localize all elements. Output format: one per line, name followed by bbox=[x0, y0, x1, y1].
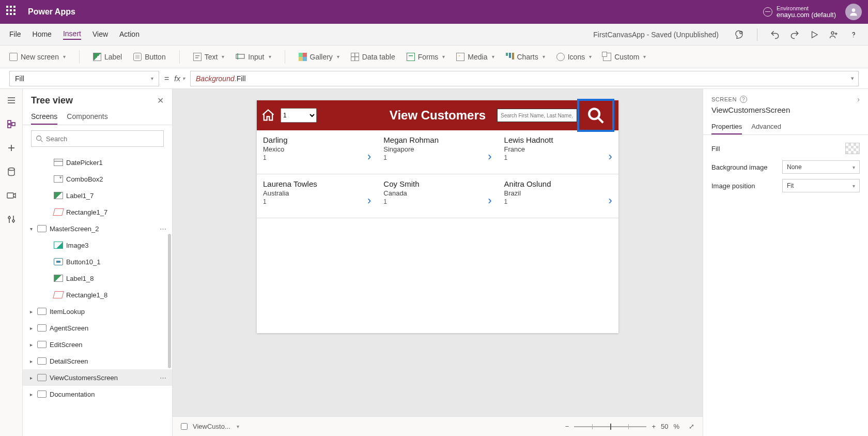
tree-node-rectangle18[interactable]: Rectangle1_8 bbox=[23, 287, 172, 303]
chevron-down-icon[interactable]: ▾ bbox=[851, 75, 854, 82]
tree-node-combobox2[interactable]: ComboBox2 bbox=[23, 171, 172, 187]
tree-tab-components[interactable]: Components bbox=[67, 109, 107, 125]
canvas-screen[interactable]: 1 View Customers DarlingMexico1›Megan Ro… bbox=[257, 100, 618, 333]
menu-view[interactable]: View bbox=[92, 30, 108, 39]
breadcrumb-checkbox[interactable] bbox=[181, 423, 188, 430]
waffle-icon[interactable] bbox=[6, 6, 19, 18]
more-icon[interactable]: ⋯ bbox=[160, 225, 167, 233]
customer-card[interactable]: DarlingMexico1› bbox=[257, 130, 377, 174]
chevron-right-icon[interactable]: › bbox=[488, 194, 491, 207]
rail-data[interactable] bbox=[5, 166, 18, 178]
menu-insert[interactable]: Insert bbox=[63, 29, 81, 40]
ribbon-new-screen[interactable]: New screen▾ bbox=[9, 53, 66, 61]
props-tab-advanced[interactable]: Advanced bbox=[751, 119, 781, 134]
user-avatar[interactable] bbox=[845, 4, 862, 20]
caret-down-icon[interactable]: ▾ bbox=[28, 226, 34, 232]
tree-node-image3[interactable]: Image3 bbox=[23, 237, 172, 253]
ribbon-forms[interactable]: Forms▾ bbox=[407, 53, 445, 61]
ribbon-input[interactable]: Input▾ bbox=[236, 53, 271, 61]
customer-card[interactable]: Megan RohmanSingapore1› bbox=[377, 130, 498, 174]
play-icon[interactable] bbox=[809, 29, 819, 40]
customer-search-input[interactable] bbox=[497, 109, 577, 122]
customer-card[interactable]: Anitra OslundBrazil1› bbox=[498, 174, 618, 218]
customer-card[interactable]: Lewis HadnottFrance1› bbox=[498, 130, 618, 174]
rail-hamburger[interactable] bbox=[5, 94, 18, 107]
ribbon-label[interactable]: Label bbox=[93, 53, 122, 61]
customer-card[interactable]: Laurena TowlesAustralia1› bbox=[257, 174, 377, 218]
tree-node-documentation[interactable]: ▸Documentation bbox=[23, 386, 172, 402]
zoom-slider[interactable] bbox=[574, 426, 646, 427]
search-button[interactable] bbox=[577, 99, 614, 132]
tree-node-masterscreen2[interactable]: ▾MasterScreen_2⋯ bbox=[23, 220, 172, 237]
ribbon-media[interactable]: Media▾ bbox=[456, 53, 494, 61]
ribbon-text[interactable]: Text▾ bbox=[193, 53, 225, 61]
more-icon[interactable]: ⋯ bbox=[160, 374, 167, 382]
customer-card[interactable]: Coy SmithCanada1› bbox=[377, 174, 498, 218]
tree-node-button101[interactable]: Button10_1 bbox=[23, 253, 172, 270]
tree-node-itemlookup[interactable]: ▸ItemLookup bbox=[23, 303, 172, 320]
prop-bgimage-select[interactable]: None▾ bbox=[782, 160, 860, 174]
prop-imagepos-select[interactable]: Fit▾ bbox=[782, 179, 860, 192]
environment-picker[interactable]: Environment enayu.com (default) bbox=[763, 5, 836, 19]
caret-right-icon[interactable]: ▸ bbox=[28, 392, 34, 397]
tree-scrollbar[interactable] bbox=[168, 234, 171, 368]
chevron-right-icon[interactable]: › bbox=[367, 194, 371, 207]
undo-icon[interactable] bbox=[770, 29, 780, 40]
close-icon[interactable]: ✕ bbox=[157, 96, 164, 106]
props-tab-properties[interactable]: Properties bbox=[711, 119, 742, 134]
svg-point-18 bbox=[8, 217, 10, 219]
tree-tab-screens[interactable]: Screens bbox=[31, 109, 57, 125]
formula-input[interactable]: Background.Fill ▾ bbox=[190, 71, 859, 86]
rail-insert[interactable] bbox=[5, 142, 18, 154]
caret-right-icon[interactable]: ▸ bbox=[28, 309, 34, 314]
rail-advanced-tools[interactable] bbox=[5, 213, 18, 225]
tree-node-viewcustomersscreen[interactable]: ▸ViewCustomersScreen⋯ bbox=[23, 369, 172, 386]
tree-node-editscreen[interactable]: ▸EditScreen bbox=[23, 336, 172, 353]
tree-node-label17[interactable]: Label1_7 bbox=[23, 187, 172, 204]
caret-right-icon[interactable]: ▸ bbox=[28, 358, 34, 364]
share-icon[interactable] bbox=[829, 29, 839, 40]
prop-fill-label: Fill bbox=[711, 145, 720, 153]
caret-right-icon[interactable]: ▸ bbox=[28, 342, 34, 348]
tree-node-detailscreen[interactable]: ▸DetailScreen bbox=[23, 353, 172, 369]
help-icon[interactable]: ? bbox=[740, 96, 747, 103]
breadcrumb-screen[interactable]: ViewCusto... bbox=[193, 423, 230, 430]
tree-node-datepicker1[interactable]: DatePicker1 bbox=[23, 154, 172, 171]
menu-home[interactable]: Home bbox=[33, 30, 52, 39]
caret-right-icon[interactable]: ▸ bbox=[28, 325, 34, 331]
chevron-right-icon[interactable]: › bbox=[488, 150, 491, 163]
zoom-out-button[interactable]: − bbox=[565, 423, 569, 430]
ribbon-icons[interactable]: Icons▾ bbox=[556, 53, 592, 61]
tree-node-label18[interactable]: Label1_8 bbox=[23, 270, 172, 287]
ribbon-charts[interactable]: Charts▾ bbox=[506, 53, 545, 61]
menu-action[interactable]: Action bbox=[119, 30, 140, 39]
ribbon-button-text: Button bbox=[145, 53, 165, 61]
rail-tree-view[interactable] bbox=[5, 118, 18, 130]
help-icon[interactable] bbox=[848, 29, 859, 40]
chevron-right-icon[interactable]: › bbox=[609, 150, 612, 163]
fx-label[interactable]: fx▾ bbox=[174, 74, 185, 83]
ribbon-data-table[interactable]: Data table bbox=[351, 53, 395, 61]
property-selector[interactable]: Fill ▾ bbox=[9, 71, 159, 86]
tree-node-rectangle17[interactable]: Rectangle1_7 bbox=[23, 204, 172, 220]
zoom-in-button[interactable]: + bbox=[652, 423, 656, 430]
tree-node-agentscreen[interactable]: ▸AgentScreen bbox=[23, 320, 172, 336]
header-dropdown[interactable]: 1 bbox=[281, 108, 317, 123]
prop-fill-swatch[interactable] bbox=[845, 143, 860, 154]
ribbon-button[interactable]: Button bbox=[133, 53, 165, 61]
menu-file[interactable]: File bbox=[9, 30, 21, 39]
tree-search-input[interactable] bbox=[46, 135, 159, 143]
chevron-down-icon[interactable]: ▾ bbox=[237, 424, 239, 429]
tree-search[interactable] bbox=[31, 130, 164, 147]
app-checker-icon[interactable] bbox=[734, 29, 745, 40]
caret-right-icon[interactable]: ▸ bbox=[28, 375, 34, 381]
home-icon[interactable] bbox=[261, 108, 275, 123]
chevron-right-icon[interactable]: › bbox=[857, 95, 860, 103]
ribbon-gallery[interactable]: Gallery▾ bbox=[299, 53, 339, 61]
rail-media[interactable] bbox=[5, 189, 18, 202]
fit-to-window-icon[interactable]: ⤢ bbox=[689, 423, 694, 430]
redo-icon[interactable] bbox=[789, 29, 800, 40]
chevron-right-icon[interactable]: › bbox=[367, 150, 371, 163]
ribbon-custom[interactable]: Custom▾ bbox=[603, 53, 646, 61]
chevron-right-icon[interactable]: › bbox=[609, 194, 612, 207]
